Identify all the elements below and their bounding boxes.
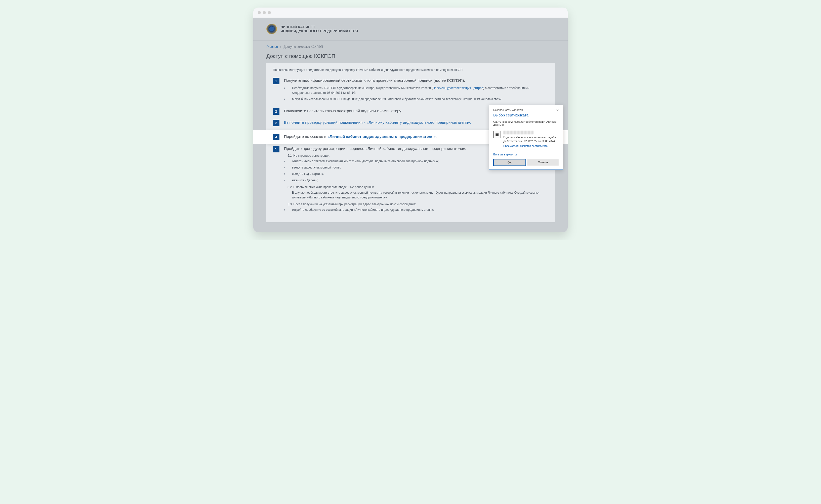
site-title-line1: ЛИЧНЫЙ КАБИНЕТ <box>280 25 358 29</box>
dialog-security-label: Безопасность Windows <box>493 108 523 111</box>
dialog-title: Выбор сертификата <box>493 113 559 117</box>
site-title-line2: ИНДИВИДУАЛЬНОГО ПРЕДПРИНИМАТЕЛЯ <box>280 29 358 33</box>
step-3-link[interactable]: «Личному кабинету индивидуального предпр… <box>366 120 470 124</box>
dialog-ok-button[interactable]: OK <box>493 159 526 166</box>
breadcrumb-separator: › <box>280 45 281 49</box>
window-close-dot[interactable] <box>258 11 261 14</box>
intro-text: Пошаговая инструкция предоставления дост… <box>273 68 548 72</box>
dialog-cancel-button[interactable]: Отмена <box>527 159 559 166</box>
step-1-title: Получите квалифицированный сертификат кл… <box>284 78 548 83</box>
certificate-dialog: Безопасность Windows ✕ Выбор сертификата… <box>489 105 563 170</box>
breadcrumb: Главная › Доступ с помощью КСКПЭП <box>266 40 555 53</box>
cert-centers-link[interactable]: Перечень удостоверяющих центров <box>433 86 483 90</box>
step-5-3-item1: откройте сообщение со ссылкой активации … <box>284 207 548 212</box>
step-5-1-item4: нажмите «Далее»; <box>284 178 548 183</box>
breadcrumb-home-link[interactable]: Главная <box>266 45 278 49</box>
dialog-message: Сайту lkipgost2.nalog.ru требуются ваши … <box>493 120 559 126</box>
certificate-name-redacted <box>503 131 533 134</box>
site-header: ЛИЧНЫЙ КАБИНЕТ ИНДИВИДУАЛЬНОГО ПРЕДПРИНИ… <box>253 18 568 40</box>
page-title: Доступ с помощью КСКПЭП <box>266 53 555 59</box>
view-cert-properties-link[interactable]: Просмотреть свойства сертификата <box>503 144 548 147</box>
certificate-validity: Действителен с: 02.12.2022 по 02.03.2024 <box>503 140 559 143</box>
step-5-2-label: 5.2. В появившемся окне проверьте введен… <box>288 185 548 189</box>
step-1-number: 1 <box>273 78 279 84</box>
step-1-sub1: Необходимо получить КСКПЭП в удостоверяю… <box>284 86 548 95</box>
breadcrumb-current: Доступ с помощью КСКПЭП <box>283 45 323 49</box>
step-3-number: 3 <box>273 120 279 126</box>
certificate-icon: ▣ <box>493 131 501 138</box>
browser-viewport: ЛИЧНЫЙ КАБИНЕТ ИНДИВИДУАЛЬНОГО ПРЕДПРИНИ… <box>253 18 568 232</box>
certificate-issuer: Издатель: Федеральная налоговая служба <box>503 136 559 139</box>
step-1-sub2: Могут быть использованы КСКПЭП, выданные… <box>284 97 548 102</box>
step-4-link[interactable]: «Личный кабинет индивидуального предприн… <box>327 134 436 139</box>
site-title-block: ЛИЧНЫЙ КАБИНЕТ ИНДИВИДУАЛЬНОГО ПРЕДПРИНИ… <box>280 25 358 33</box>
step-5-3-label: 5.3. После получения на указанный при ре… <box>288 202 548 206</box>
step-2-number: 2 <box>273 108 279 115</box>
certificate-option[interactable]: ▣ Издатель: Федеральная налоговая служба… <box>493 129 559 150</box>
window-max-dot[interactable] <box>268 11 271 14</box>
more-options-link[interactable]: Больше вариантов <box>493 153 559 156</box>
dialog-close-button[interactable]: ✕ <box>556 108 559 112</box>
window-titlebar <box>253 8 568 18</box>
step-1: 1 Получите квалифицированный сертификат … <box>273 76 548 107</box>
window-min-dot[interactable] <box>263 11 266 14</box>
step-5-number: 5 <box>273 146 279 152</box>
step-4-number: 4 <box>273 134 279 140</box>
browser-window: ЛИЧНЫЙ КАБИНЕТ ИНДИВИДУАЛЬНОГО ПРЕДПРИНИ… <box>253 8 568 232</box>
step-5-2-text: В случае необходимости уточните адрес эл… <box>284 190 548 200</box>
fns-logo <box>266 24 277 34</box>
step-5-1-item3: введите код с картинки; <box>284 172 548 176</box>
